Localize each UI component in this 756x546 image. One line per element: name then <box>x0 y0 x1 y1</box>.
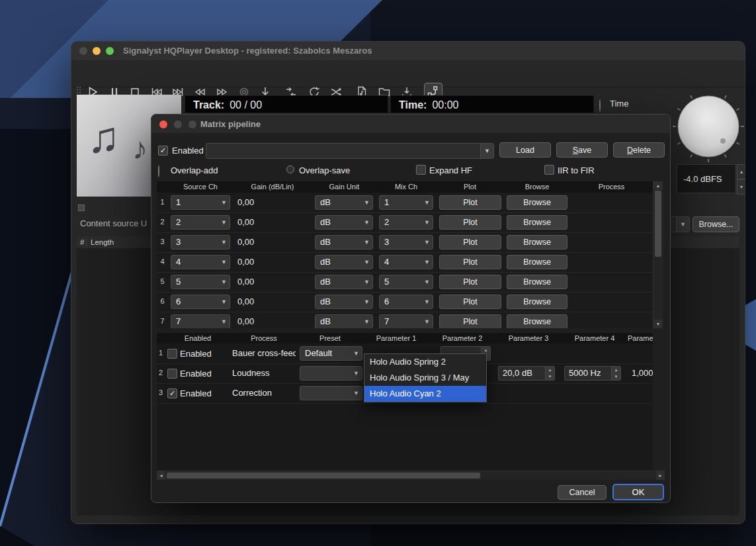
scrollbar-thumb[interactable] <box>167 473 480 478</box>
gain-field[interactable]: 0,00 <box>237 252 254 272</box>
column-divider[interactable] <box>86 238 87 247</box>
pipeline-header-param4[interactable]: Parameter 4 <box>562 333 628 343</box>
pipeline-header-enabled[interactable]: Enabled <box>165 333 231 343</box>
gain-field[interactable]: 0,00 <box>237 193 254 212</box>
preset-select[interactable]: ▼ <box>300 366 362 381</box>
minimize-button[interactable] <box>93 47 101 55</box>
spinner-arrows[interactable]: ▲▼ <box>545 367 554 380</box>
close-button[interactable] <box>159 120 167 128</box>
gain-field[interactable]: 0,00 <box>237 312 254 328</box>
row-enabled-checkbox[interactable] <box>167 369 177 379</box>
mix-ch-select[interactable]: 2▼ <box>379 215 433 230</box>
browse-button[interactable]: Browse <box>507 295 567 309</box>
save-button[interactable]: Save <box>556 142 608 158</box>
pipeline-header-process[interactable]: Process <box>231 333 298 343</box>
gain-unit-select[interactable]: dB▼ <box>315 195 373 210</box>
gain-field[interactable]: 0,00 <box>237 232 254 252</box>
browse-button[interactable]: Browse <box>507 255 567 269</box>
dialog-titlebar[interactable]: Matrix pipeline <box>151 114 670 134</box>
row-enabled-checkbox[interactable] <box>167 349 177 359</box>
plot-button[interactable]: Plot <box>439 195 501 210</box>
gain-unit-select[interactable]: dB▼ <box>315 275 373 289</box>
load-button[interactable]: Load <box>499 142 551 158</box>
scroll-left-icon[interactable]: ◄ <box>157 471 165 480</box>
cancel-button[interactable]: Cancel <box>558 485 607 500</box>
source-ch-select[interactable]: 6▼ <box>171 295 230 309</box>
iir-to-fir-checkbox[interactable] <box>544 165 554 175</box>
playlist-col-length[interactable]: Length <box>91 236 114 248</box>
pipeline-header-param5[interactable]: Parame <box>628 333 653 343</box>
pipeline-header-param3[interactable]: Parameter 3 <box>495 333 562 343</box>
browse-button[interactable]: Browse <box>507 314 567 328</box>
scroll-down-icon[interactable]: ▼ <box>653 320 663 328</box>
browse-button[interactable]: Browse <box>507 195 567 210</box>
scroll-right-icon[interactable]: ► <box>656 471 665 480</box>
browse-button[interactable]: Browse <box>507 215 567 230</box>
source-ch-select[interactable]: 2▼ <box>171 215 230 230</box>
plot-button[interactable]: Plot <box>439 295 501 309</box>
playlist-col-number[interactable]: # <box>80 236 84 248</box>
mix-ch-select[interactable]: 1▼ <box>379 195 433 210</box>
ok-button[interactable]: OK <box>612 484 664 500</box>
preset-select[interactable]: ▼ <box>300 386 362 400</box>
scrollbar-thumb[interactable] <box>655 191 661 257</box>
time-mode-radio[interactable] <box>599 99 601 112</box>
gain-unit-select[interactable]: dB▼ <box>315 255 373 269</box>
mix-ch-select[interactable]: 7▼ <box>379 314 433 328</box>
matrix-header-source[interactable]: Source Ch <box>168 181 233 193</box>
matrix-header-gain-unit[interactable]: Gain Unit <box>312 181 377 193</box>
plot-button[interactable]: Plot <box>439 215 501 230</box>
mix-ch-select[interactable]: 5▼ <box>379 275 433 289</box>
source-ch-select[interactable]: 3▼ <box>171 235 230 250</box>
mix-ch-select[interactable]: 4▼ <box>379 255 433 269</box>
gain-field[interactable]: 0,00 <box>237 272 254 292</box>
expand-hf-checkbox[interactable] <box>416 165 426 175</box>
pipeline-header-param1[interactable]: Parameter 1 <box>363 333 430 343</box>
overlap-add-radio[interactable] <box>158 165 159 177</box>
parameter-spinner[interactable]: 20,0 dB▲▼ <box>498 366 555 381</box>
dropdown-option[interactable]: Holo Audio Spring 3 / May <box>364 370 486 386</box>
scroll-up-icon[interactable]: ▲ <box>653 181 663 190</box>
source-ch-select[interactable]: 1▼ <box>171 195 230 210</box>
dropdown-option[interactable]: Holo Audio Spring 2 <box>364 354 486 370</box>
parameter-value[interactable]: 1,000 <box>632 363 653 383</box>
pipeline-header-preset[interactable]: Preset <box>297 333 364 343</box>
gain-unit-select[interactable]: dB▼ <box>315 295 373 309</box>
delete-button[interactable]: Delete <box>613 142 665 158</box>
gain-unit-select[interactable]: dB▼ <box>315 235 373 250</box>
gain-field[interactable]: 0,00 <box>237 212 254 232</box>
gain-field[interactable]: 0,00 <box>237 292 254 312</box>
zoom-button[interactable] <box>106 47 114 55</box>
mix-ch-select[interactable]: 6▼ <box>379 295 433 309</box>
pipeline-preset-combo[interactable]: ▼ <box>206 143 494 159</box>
volume-stepper[interactable]: ▲▼ <box>737 164 745 195</box>
plot-button[interactable]: Plot <box>439 314 501 328</box>
row-enabled-checkbox[interactable]: ✓ <box>167 388 177 398</box>
splitter-handle[interactable] <box>78 205 85 211</box>
main-titlebar[interactable]: Signalyst HQPlayer Desktop - registered:… <box>71 42 745 61</box>
gain-unit-select[interactable]: dB▼ <box>315 314 373 328</box>
browse-source-button[interactable]: Browse... <box>693 216 739 232</box>
pipeline-table-hscrollbar[interactable]: ◄ ► <box>157 471 665 480</box>
overlap-save-radio[interactable] <box>286 165 294 173</box>
matrix-header-browse[interactable]: Browse <box>504 181 571 193</box>
matrix-header-gain[interactable]: Gain (dB/Lin) <box>233 181 313 193</box>
mix-ch-select[interactable]: 3▼ <box>379 235 433 250</box>
parameter-spinner[interactable]: 5000 Hz▲▼ <box>564 366 621 381</box>
source-ch-select[interactable]: 7▼ <box>171 314 230 328</box>
source-ch-select[interactable]: 4▼ <box>171 255 230 269</box>
matrix-header-process[interactable]: Process <box>570 181 653 193</box>
dropdown-option-highlighted[interactable]: Holo Audio Cyan 2 <box>364 386 486 402</box>
plot-button[interactable]: Plot <box>439 235 501 250</box>
pipeline-enabled-checkbox[interactable]: ✓ <box>158 146 168 156</box>
matrix-header-mix[interactable]: Mix Ch <box>376 181 437 193</box>
matrix-table-scrollbar[interactable]: ▲ ▼ <box>653 181 663 328</box>
spinner-arrows[interactable]: ▲▼ <box>611 367 620 380</box>
pipeline-header-param2[interactable]: Parameter 2 <box>429 333 496 343</box>
browse-button[interactable]: Browse <box>507 275 567 289</box>
source-ch-select[interactable]: 5▼ <box>171 275 230 289</box>
matrix-header-plot[interactable]: Plot <box>436 181 505 193</box>
plot-button[interactable]: Plot <box>439 275 501 289</box>
volume-knob[interactable] <box>672 91 745 164</box>
browse-button[interactable]: Browse <box>507 235 567 250</box>
